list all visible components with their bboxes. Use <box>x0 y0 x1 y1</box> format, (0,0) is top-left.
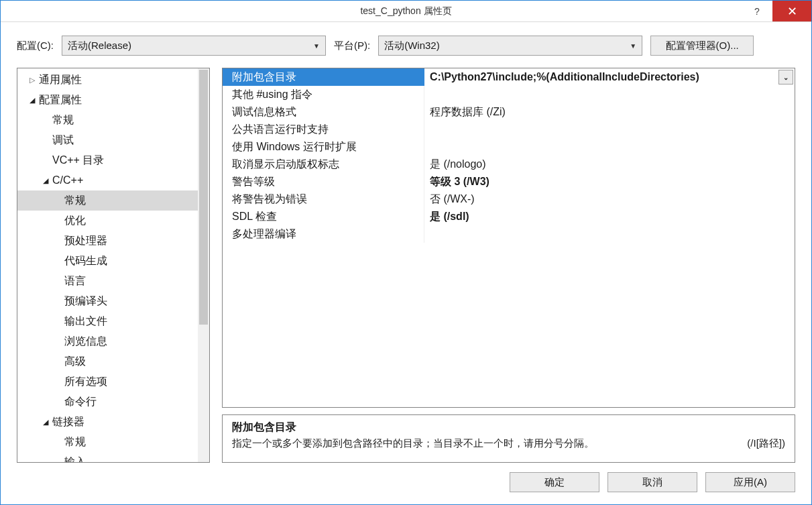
tree-item[interactable]: 常规 <box>17 432 198 452</box>
property-row[interactable]: 警告等级等级 3 (/W3) <box>223 173 795 190</box>
cancel-label: 取消 <box>642 476 662 489</box>
property-value[interactable]: 等级 3 (/W3) <box>424 173 795 190</box>
chevron-down-icon: ▼ <box>313 42 320 50</box>
tree-item-label: 调试 <box>52 131 74 149</box>
property-value[interactable]: 是 (/nologo) <box>424 156 795 173</box>
property-row[interactable]: 其他 #using 指令 <box>223 86 795 103</box>
cancel-button[interactable]: 取消 <box>607 472 697 492</box>
property-pages-window: test_C_python 属性页 ? ✕ 配置(C): 活动(Release)… <box>0 0 812 505</box>
tree-item-label: 命令行 <box>64 393 97 410</box>
tree-item-label: 浏览信息 <box>64 333 107 350</box>
top-row: 配置(C): 活动(Release) ▼ 平台(P): 活动(Win32) ▼ … <box>17 36 795 56</box>
ok-label: 确定 <box>544 476 565 489</box>
tree-item[interactable]: 所有选项 <box>17 372 198 392</box>
property-value[interactable]: 是 (/sdl) <box>424 208 795 225</box>
tree[interactable]: ▷通用属性◢配置属性常规调试VC++ 目录◢C/C++常规优化预处理器代码生成语… <box>17 68 198 462</box>
expander-closed-icon[interactable]: ▷ <box>27 71 38 89</box>
tree-item[interactable]: 输出文件 <box>17 311 198 331</box>
tree-item[interactable]: 预编译头 <box>17 291 198 311</box>
apply-label: 应用(A) <box>734 476 767 489</box>
config-dropdown[interactable]: 活动(Release) ▼ <box>62 36 326 56</box>
property-grid[interactable]: 附加包含目录C:\Python27\include;%(AdditionalIn… <box>223 68 795 407</box>
tree-item[interactable]: 常规 <box>17 110 198 130</box>
tree-item-label: 配置属性 <box>39 91 82 109</box>
tree-item[interactable]: 优化 <box>17 211 198 231</box>
expander-open-icon[interactable]: ◢ <box>40 172 51 189</box>
tree-item-label: 常规 <box>52 111 74 129</box>
dialog-buttons: 确定 取消 应用(A) <box>17 472 795 492</box>
property-value[interactable]: C:\Python27\include;%(AdditionalIncludeD… <box>424 68 795 86</box>
main-row: ▷通用属性◢配置属性常规调试VC++ 目录◢C/C++常规优化预处理器代码生成语… <box>17 68 795 463</box>
property-value[interactable]: 程序数据库 (/Zi) <box>424 103 795 121</box>
property-value-text: C:\Python27\include;%(AdditionalIncludeD… <box>430 71 699 83</box>
apply-button[interactable]: 应用(A) <box>705 472 795 492</box>
tree-scroll-thumb[interactable] <box>199 70 208 325</box>
tree-item-label: 链接器 <box>52 413 84 431</box>
titlebar: test_C_python 属性页 ? ✕ <box>1 1 811 22</box>
property-row[interactable]: 多处理器编译 <box>223 225 795 243</box>
property-row[interactable]: 调试信息格式程序数据库 (/Zi) <box>223 103 795 121</box>
tree-item-label: 代码生成 <box>64 252 107 270</box>
property-value-text: 否 (/WX-) <box>430 192 475 207</box>
property-value-text: 等级 3 (/W3) <box>430 175 489 189</box>
tree-item[interactable]: ◢配置属性 <box>17 90 198 110</box>
tree-item[interactable]: ◢链接器 <box>17 412 198 432</box>
config-manager-button[interactable]: 配置管理器(O)... <box>650 36 754 56</box>
property-row[interactable]: 取消显示启动版权标志是 (/nologo) <box>223 156 795 173</box>
property-value-text: 是 (/sdl) <box>430 210 469 224</box>
tree-item[interactable]: 常规 <box>17 190 198 211</box>
titlebar-controls: ? ✕ <box>742 1 811 21</box>
config-manager-label: 配置管理器(O)... <box>666 40 739 52</box>
tree-item-label: 常规 <box>64 433 86 451</box>
property-name: 取消显示启动版权标志 <box>223 156 424 173</box>
property-name: 公共语言运行时支持 <box>223 121 424 138</box>
tree-item[interactable]: 调试 <box>17 130 198 150</box>
tree-item[interactable]: 预处理器 <box>17 231 198 251</box>
ok-button[interactable]: 确定 <box>510 472 599 492</box>
description-panel: 附加包含目录 指定一个或多个要添加到包含路径中的目录；当目录不止一个时，请用分号… <box>222 414 795 463</box>
tree-scrollbar[interactable] <box>198 68 209 462</box>
property-value[interactable] <box>424 225 795 243</box>
tree-item[interactable]: 高级 <box>17 351 198 372</box>
tree-item[interactable]: 浏览信息 <box>17 331 198 351</box>
help-button[interactable]: ? <box>742 1 772 21</box>
tree-item-label: 输出文件 <box>64 313 107 330</box>
expander-open-icon[interactable]: ◢ <box>40 413 51 431</box>
help-icon: ? <box>754 6 760 17</box>
tree-item[interactable]: ▷通用属性 <box>17 70 198 90</box>
property-row[interactable]: 附加包含目录C:\Python27\include;%(AdditionalIn… <box>223 68 795 86</box>
property-row[interactable]: 使用 Windows 运行时扩展 <box>223 138 795 156</box>
property-row[interactable]: SDL 检查是 (/sdl) <box>223 208 795 225</box>
tree-item[interactable]: VC++ 目录 <box>17 150 198 170</box>
tree-item[interactable]: 输入 <box>17 452 198 462</box>
description-title: 附加包含目录 <box>232 420 785 435</box>
property-name: 多处理器编译 <box>223 225 424 243</box>
property-value[interactable] <box>424 138 795 156</box>
property-name: SDL 检查 <box>223 208 424 225</box>
tree-item-label: 预编译头 <box>64 292 107 310</box>
expander-open-icon[interactable]: ◢ <box>27 91 38 109</box>
property-name: 使用 Windows 运行时扩展 <box>223 138 424 156</box>
property-value[interactable] <box>424 86 795 103</box>
tree-item-label: 语言 <box>64 272 86 290</box>
tree-item[interactable]: 语言 <box>17 271 198 291</box>
property-value[interactable]: 否 (/WX-) <box>424 190 795 208</box>
property-name: 其他 #using 指令 <box>223 86 424 103</box>
right-column: 附加包含目录C:\Python27\include;%(AdditionalIn… <box>222 68 795 463</box>
platform-dropdown[interactable]: 活动(Win32) ▼ <box>378 36 642 56</box>
tree-item[interactable]: 命令行 <box>17 392 198 412</box>
property-value-text: 程序数据库 (/Zi) <box>430 105 506 119</box>
tree-item-label: 预处理器 <box>64 232 107 249</box>
description-body: 指定一个或多个要添加到包含路径中的目录；当目录不止一个时，请用分号分隔。 (/I… <box>232 437 785 450</box>
property-name: 将警告视为错误 <box>223 190 424 208</box>
close-button[interactable]: ✕ <box>772 1 811 21</box>
tree-item-label: 优化 <box>64 212 86 229</box>
chevron-down-icon: ▼ <box>630 42 636 50</box>
window-title: test_C_python 属性页 <box>360 5 451 17</box>
property-value[interactable] <box>424 121 795 138</box>
tree-item[interactable]: 代码生成 <box>17 251 198 271</box>
tree-item[interactable]: ◢C/C++ <box>17 170 198 190</box>
property-row[interactable]: 将警告视为错误否 (/WX-) <box>223 190 795 208</box>
chevron-down-icon[interactable]: ⌄ <box>778 70 793 85</box>
property-row[interactable]: 公共语言运行时支持 <box>223 121 795 138</box>
